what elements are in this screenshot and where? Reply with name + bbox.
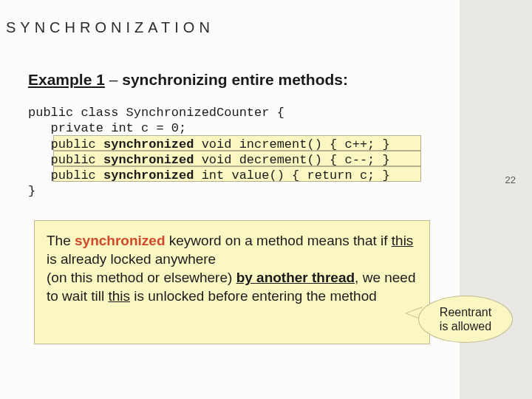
code-l2: private int c = 0; <box>28 121 186 135</box>
reentrant-callout: Reentrant is allowed <box>418 296 513 343</box>
code-l3b: void increment() { c++; } <box>194 137 389 151</box>
code-l6: } <box>28 184 35 198</box>
heading-rest: synchronizing entire methods: <box>122 71 348 88</box>
bubble-line1: Reentrant <box>440 306 491 318</box>
slide-title: SYNCHRONIZATION <box>6 19 214 36</box>
slide-number: 22 <box>505 174 516 185</box>
explain-p3: is already locked anywhere <box>47 251 216 267</box>
example-label: Example 1 <box>28 71 105 88</box>
code-l1b: Counter { <box>216 106 284 120</box>
keyword-synchronized-2: synchronized <box>103 153 194 167</box>
bubble-line2: is allowed <box>440 320 491 332</box>
explain-sync-keyword: synchronized <box>75 233 165 248</box>
explain-this2: this <box>108 288 130 304</box>
explanation-box: The synchronized keyword on a method mea… <box>34 220 430 344</box>
heading-dash: – <box>105 71 122 88</box>
code-l5b: int value() { return c; } <box>194 168 389 183</box>
explain-this1: this <box>392 233 414 248</box>
keyword-synchronized-3: synchronized <box>103 168 194 183</box>
code-block: public class SynchronizedCounter { priva… <box>28 105 390 200</box>
explain-p1: The <box>47 233 75 248</box>
explain-by-thread: by another thread <box>236 270 355 285</box>
example-heading: Example 1 – synchronizing entire methods… <box>28 71 348 89</box>
explain-p6: is unlocked before entering the method <box>130 288 377 304</box>
explain-p4: (on this method or elsewhere) <box>47 270 236 285</box>
code-l3a: public <box>28 137 103 151</box>
explain-p2: keyword on a method means that if <box>166 233 392 248</box>
keyword-synchronized-1: synchronized <box>103 137 194 151</box>
code-l4b: void decrement() { c--; } <box>194 153 389 167</box>
code-l5a: public <box>28 168 103 183</box>
code-l4a: public <box>28 153 103 167</box>
code-l1a: public class Synchronized <box>28 106 216 120</box>
